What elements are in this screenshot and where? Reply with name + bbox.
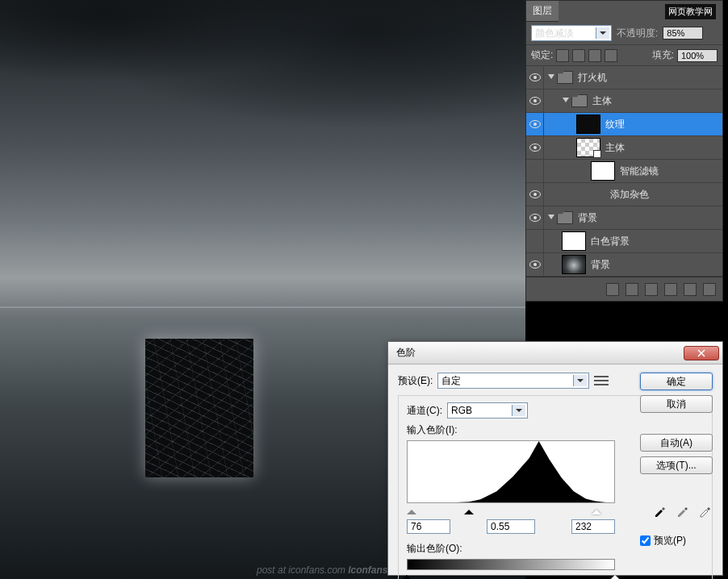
lock-label: 锁定:	[531, 48, 553, 62]
levels-titlebar[interactable]: 色阶	[388, 342, 722, 364]
visibility-toggle[interactable]	[526, 183, 544, 206]
svg-point-18	[533, 263, 537, 266]
preview-checkbox[interactable]	[640, 535, 651, 546]
trash-icon[interactable]	[703, 283, 716, 296]
gray-eyedropper-icon[interactable]	[674, 503, 690, 519]
blend-mode-select[interactable]: 颜色减淡	[531, 25, 612, 41]
highlight-input[interactable]	[571, 519, 615, 534]
layer-name[interactable]: 背景	[578, 211, 597, 225]
svg-marker-16	[548, 215, 554, 219]
mask-icon[interactable]	[625, 283, 638, 296]
layer-name[interactable]: 白色背景	[591, 235, 630, 248]
svg-point-9	[533, 146, 537, 149]
layer-row[interactable]: 主体	[526, 136, 722, 160]
layer-name[interactable]: 添加杂色	[610, 188, 649, 202]
lock-transparency-icon[interactable]	[556, 49, 569, 62]
fill-input[interactable]: 100%	[677, 49, 718, 62]
eyedropper-group	[640, 503, 713, 519]
sky-clouds	[0, 0, 525, 306]
layer-row[interactable]: 智能滤镜	[526, 160, 722, 183]
levels-title: 色阶	[396, 346, 684, 360]
output-black-slider[interactable]	[402, 570, 412, 579]
lock-position-icon[interactable]	[588, 49, 601, 62]
new-layer-icon[interactable]	[684, 283, 697, 296]
folder-icon	[557, 71, 573, 84]
svg-point-11	[533, 193, 537, 196]
output-gradient[interactable]	[407, 559, 615, 570]
svg-marker-2	[548, 74, 554, 79]
disclosure-triangle-icon[interactable]	[562, 97, 570, 105]
layer-thumbnail	[562, 231, 586, 251]
preview-label: 预览(P)	[654, 534, 686, 548]
layer-name[interactable]: 主体	[605, 141, 625, 155]
horizon-line	[0, 306, 525, 308]
visibility-toggle[interactable]	[526, 230, 544, 252]
layer-row[interactable]: 背景	[526, 253, 722, 277]
svg-marker-5	[563, 98, 569, 102]
folder-icon	[571, 94, 588, 107]
layer-row[interactable]: 纹理	[526, 113, 722, 136]
layer-row[interactable]: 白色背景	[526, 230, 722, 253]
disclosure-triangle-icon[interactable]	[547, 73, 555, 81]
layer-name[interactable]: 智能滤镜	[620, 165, 659, 178]
smart-object-badge-icon	[593, 150, 601, 158]
preset-menu-icon[interactable]	[594, 375, 609, 386]
visibility-toggle[interactable]	[526, 160, 544, 182]
folder-icon	[557, 211, 573, 224]
svg-point-4	[533, 99, 537, 102]
disclosure-triangle-icon[interactable]	[547, 214, 555, 222]
fx-icon[interactable]	[606, 283, 619, 296]
auto-button[interactable]: 自动(A)	[640, 434, 713, 452]
white-eyedropper-icon[interactable]	[697, 503, 713, 519]
layers-tab[interactable]: 图层	[526, 1, 559, 22]
channel-label: 通道(C):	[407, 404, 442, 418]
visibility-toggle[interactable]	[526, 90, 544, 112]
cancel-button[interactable]: 取消	[640, 395, 713, 413]
blend-opacity-row: 颜色减淡 不透明度: 85%	[526, 22, 722, 45]
midtone-input[interactable]	[487, 519, 535, 534]
output-white-slider[interactable]	[610, 570, 620, 579]
lock-all-icon[interactable]	[605, 49, 617, 62]
layer-row[interactable]: 添加杂色	[526, 183, 722, 206]
ok-button[interactable]: 确定	[640, 373, 713, 390]
shadow-slider[interactable]	[464, 505, 474, 514]
preset-select[interactable]: 自定	[437, 373, 589, 389]
layer-row[interactable]: 主体	[526, 90, 722, 113]
layer-tree[interactable]: 打火机主体纹理主体智能滤镜添加杂色背景白色背景背景	[526, 66, 722, 277]
filter-mask-thumbnail	[591, 161, 615, 181]
shadow-input[interactable]	[407, 519, 450, 534]
layer-name[interactable]: 纹理	[605, 118, 625, 131]
channel-select[interactable]: RGB	[447, 402, 528, 419]
watermark-webjx: 网页教学网	[665, 4, 716, 19]
midtone-slider[interactable]	[407, 505, 416, 514]
histogram[interactable]	[407, 440, 615, 503]
svg-point-1	[533, 76, 537, 79]
visibility-toggle[interactable]	[526, 253, 544, 276]
visibility-toggle[interactable]	[526, 206, 544, 229]
levels-dialog: 色阶 预设(E): 自定 通道(C): RGB 输入色阶(I):	[387, 341, 723, 576]
black-eyedropper-icon[interactable]	[651, 503, 667, 519]
layer-thumbnail	[576, 115, 600, 134]
visibility-toggle[interactable]	[526, 66, 544, 89]
opacity-label: 不透明度:	[617, 27, 658, 40]
output-slider[interactable]	[407, 570, 615, 579]
layer-name[interactable]: 主体	[592, 94, 612, 108]
layers-panel: 网页教学网 图层 颜色减淡 不透明度: 85% 锁定: 填充: 100% 打火机…	[525, 0, 723, 302]
input-slider[interactable]	[407, 505, 615, 516]
layer-name[interactable]: 打火机	[578, 71, 607, 85]
group-icon[interactable]	[664, 283, 677, 296]
layer-thumbnail	[562, 255, 586, 274]
svg-marker-19	[408, 441, 614, 502]
options-button[interactable]: 选项(T)...	[640, 456, 713, 474]
layer-name[interactable]: 背景	[591, 258, 610, 272]
layers-panel-footer	[526, 277, 722, 301]
adjustment-icon[interactable]	[645, 283, 658, 296]
layer-row[interactable]: 打火机	[526, 66, 722, 90]
highlight-slider[interactable]	[592, 505, 601, 514]
lock-pixels-icon[interactable]	[572, 49, 585, 62]
visibility-toggle[interactable]	[526, 136, 544, 159]
layer-row[interactable]: 背景	[526, 206, 722, 230]
close-button[interactable]	[684, 346, 719, 360]
visibility-toggle[interactable]	[526, 113, 544, 135]
opacity-input[interactable]: 85%	[663, 27, 703, 40]
